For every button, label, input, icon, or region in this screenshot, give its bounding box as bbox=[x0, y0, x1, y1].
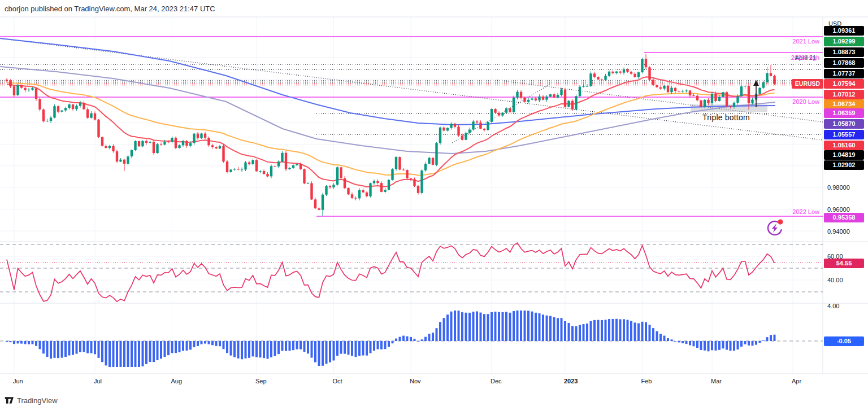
month-label: Aug bbox=[171, 378, 183, 384]
price-badge: 1.09361 bbox=[824, 26, 864, 36]
month-label: Dec bbox=[491, 378, 502, 384]
price-badge: 0.95358 bbox=[824, 213, 864, 222]
ema20-line bbox=[7, 77, 775, 187]
month-label: Jun bbox=[13, 378, 23, 384]
macd-histogram-pane bbox=[0, 311, 823, 367]
price-badge: 1.05557 bbox=[824, 130, 864, 139]
month-label: Jul bbox=[94, 378, 102, 384]
price-badge: 1.09299 bbox=[824, 37, 864, 46]
month-label: Mar bbox=[711, 378, 722, 384]
level-text-label: 2021 Low bbox=[0, 38, 819, 45]
sma200-line bbox=[0, 38, 775, 125]
level-text-label: 2023 High bbox=[0, 54, 819, 61]
tradingview-logo-icon bbox=[5, 396, 14, 405]
price-badge: 1.07594 bbox=[824, 79, 864, 89]
published-chart-page: { "header": {"title": "cborjon published… bbox=[0, 0, 868, 411]
axis-tick-label: 0.96000 bbox=[827, 206, 850, 213]
price-badge: 1.06734 bbox=[824, 99, 864, 109]
price-badge: 1.07868 bbox=[824, 58, 864, 68]
month-label: Oct bbox=[333, 378, 342, 384]
price-badge: 1.07737 bbox=[824, 69, 864, 78]
month-label: Feb bbox=[641, 378, 652, 384]
lightning-bolt-icon bbox=[772, 224, 778, 233]
axis-tick-label: 0.94000 bbox=[827, 228, 850, 235]
month-label: Apr bbox=[792, 378, 801, 384]
axis-tick-label: 0.98000 bbox=[827, 183, 850, 191]
level-text-label: 2022 Low bbox=[0, 208, 819, 215]
price-badge: 1.02902 bbox=[824, 160, 864, 170]
month-label: Nov bbox=[410, 378, 421, 384]
price-badge: 1.05870 bbox=[824, 119, 864, 129]
axis-tick-label: 60.00 bbox=[827, 252, 843, 260]
rsi-line bbox=[7, 243, 775, 301]
tradingview-watermark[interactable]: TradingView bbox=[5, 396, 58, 405]
price-badge: 1.08873 bbox=[824, 47, 864, 57]
grid-lines bbox=[0, 17, 868, 374]
axis-tick-label: 40.00 bbox=[827, 276, 843, 284]
rsi-pane bbox=[0, 243, 823, 301]
level-lines bbox=[0, 37, 823, 216]
ema50-line bbox=[7, 82, 775, 175]
notification-dot bbox=[778, 220, 783, 225]
month-label: 2023 bbox=[564, 378, 578, 384]
price-badge: 1.07012 bbox=[824, 90, 864, 99]
axis-tick-label: 4.00 bbox=[827, 302, 839, 310]
candlesticks bbox=[6, 54, 776, 216]
price-badge: -0.05 bbox=[824, 336, 864, 346]
symbol-badge: EURUSD bbox=[792, 79, 823, 89]
price-badge: 1.04819 bbox=[824, 150, 864, 160]
tradingview-watermark-label: TradingView bbox=[17, 396, 58, 405]
flash-icon[interactable] bbox=[768, 220, 783, 235]
price-badge: 1.06359 bbox=[824, 108, 864, 118]
level-text-label: 2020 Low bbox=[0, 98, 819, 105]
chart-canvas[interactable] bbox=[0, 0, 868, 411]
triple-bottom-label: Triple bottom bbox=[702, 113, 750, 122]
month-label: Sep bbox=[255, 378, 267, 384]
price-badge: 1.05160 bbox=[824, 141, 864, 150]
